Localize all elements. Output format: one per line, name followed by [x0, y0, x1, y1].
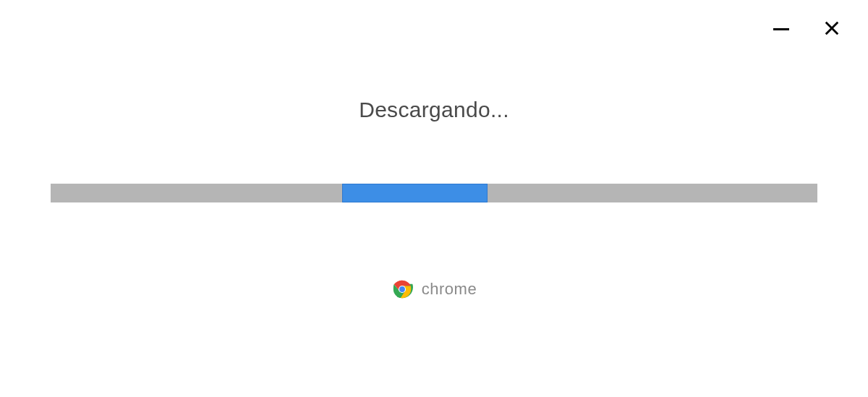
- brand: chrome: [391, 278, 477, 300]
- brand-label: chrome: [422, 280, 477, 299]
- status-text: Descargando...: [359, 98, 509, 122]
- progress-fill: [342, 184, 488, 202]
- progress-bar: [51, 184, 817, 202]
- chrome-logo-icon: [391, 278, 413, 300]
- installer-content: Descargando... chrome: [0, 0, 868, 397]
